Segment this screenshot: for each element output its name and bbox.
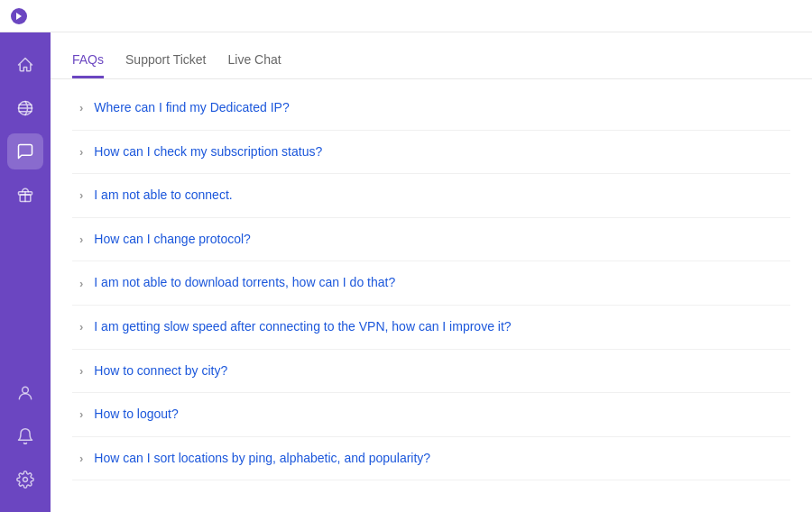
faq-list: ›Where can I find my Dedicated IP?›How c… [51, 79, 812, 512]
sidebar-item-gift[interactable] [7, 177, 43, 213]
faq-text: I am not able to connect. [94, 187, 232, 205]
faq-text: I am not able to download torrents, how … [94, 274, 395, 292]
faq-text: How can I sort locations by ping, alphab… [94, 450, 430, 468]
faq-item-9[interactable]: ›How can I sort locations by ping, alpha… [72, 437, 790, 481]
faq-chevron-icon: › [79, 145, 83, 159]
faq-text: How can I change protocol? [94, 231, 251, 249]
faq-item-7[interactable]: ›How to connect by city? [72, 350, 790, 394]
faq-item-8[interactable]: ›How to logout? [72, 393, 790, 437]
sidebar-item-notifications[interactable] [7, 418, 43, 454]
title-bar-left [11, 8, 34, 24]
svg-point-4 [23, 387, 29, 393]
faq-chevron-icon: › [79, 452, 83, 465]
faq-item-6[interactable]: ›I am getting slow speed after connectin… [72, 306, 790, 350]
faq-chevron-icon: › [79, 101, 83, 114]
faq-text: How can I check my subscription status? [94, 143, 322, 161]
tab-faqs[interactable]: FAQs [72, 41, 104, 78]
content-area: FAQs Support Ticket Live Chat ›Where can… [51, 32, 812, 512]
app-logo [11, 8, 27, 24]
faq-chevron-icon: › [79, 364, 83, 378]
faq-text: How to connect by city? [94, 362, 227, 380]
faq-item-5[interactable]: ›I am not able to download torrents, how… [72, 261, 790, 306]
faq-item-3[interactable]: ›I am not able to connect. [72, 174, 790, 218]
svg-point-5 [23, 478, 28, 482]
sidebar-item-settings[interactable] [7, 462, 43, 498]
faq-item-4[interactable]: ›How can I change protocol? [72, 218, 790, 262]
faq-chevron-icon: › [79, 407, 83, 421]
faq-item-1[interactable]: ›Where can I find my Dedicated IP? [72, 87, 790, 131]
faq-chevron-icon: › [79, 277, 83, 290]
sidebar-item-support[interactable] [7, 133, 43, 169]
tab-support-ticket[interactable]: Support Ticket [125, 41, 207, 78]
sidebar-item-home[interactable] [7, 47, 43, 83]
tab-live-chat[interactable]: Live Chat [228, 41, 281, 78]
sidebar-item-globe[interactable] [7, 90, 43, 126]
faq-chevron-icon: › [79, 233, 83, 246]
faq-text: I am getting slow speed after connecting… [94, 318, 511, 336]
app-body: FAQs Support Ticket Live Chat ›Where can… [0, 32, 812, 512]
tab-bar: FAQs Support Ticket Live Chat [51, 32, 812, 79]
faq-item-2[interactable]: ›How can I check my subscription status? [72, 131, 790, 175]
faq-chevron-icon: › [79, 320, 83, 334]
faq-text: How to logout? [94, 406, 178, 424]
sidebar-item-account[interactable] [7, 375, 43, 411]
faq-text: Where can I find my Dedicated IP? [94, 99, 289, 117]
faq-chevron-icon: › [79, 188, 83, 202]
sidebar [0, 32, 51, 512]
title-bar [0, 0, 812, 32]
